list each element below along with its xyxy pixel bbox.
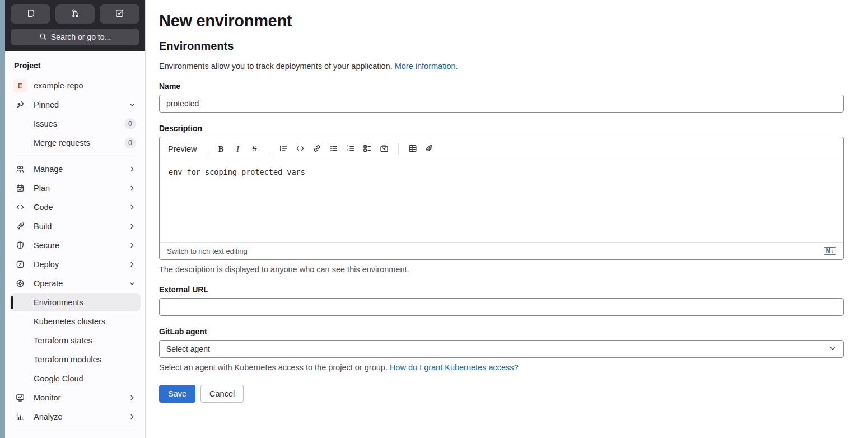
build-label: Build <box>34 222 52 231</box>
collapsible-section-button[interactable] <box>376 141 392 157</box>
sidebar-item-merge-requests[interactable]: Merge requests 0 <box>10 134 141 152</box>
strikethrough-icon: S <box>253 145 257 153</box>
chevron-right-icon <box>128 260 136 268</box>
chevron-right-icon <box>128 413 136 421</box>
numbered-list-button[interactable]: 12 <box>343 141 358 157</box>
task-list-button[interactable] <box>360 141 375 157</box>
link-button[interactable] <box>309 141 325 157</box>
sidebar-item-secure[interactable]: Secure <box>10 236 141 254</box>
chevron-right-icon <box>128 184 136 192</box>
save-button[interactable]: Save <box>159 385 195 403</box>
project-avatar: E <box>13 79 27 92</box>
numbered-list-icon: 12 <box>346 144 355 155</box>
sidebar-item-issues[interactable]: Issues 0 <box>10 115 141 133</box>
chevron-down-icon <box>128 101 136 109</box>
gitlab-agent-select[interactable]: Select agent <box>159 340 844 358</box>
monitor-label: Monitor <box>34 393 60 402</box>
sidebar-item-code[interactable]: Code <box>10 198 141 216</box>
code-button[interactable] <box>292 141 308 157</box>
sidebar-divider <box>15 430 135 430</box>
agent-help-sentence: Select an agent with Kubernetes access t… <box>159 363 388 372</box>
shield-icon <box>16 241 25 250</box>
search-icon <box>39 32 47 42</box>
sidebar-divider <box>15 156 135 156</box>
todo-shortcut-button[interactable] <box>100 4 139 24</box>
paperclip-icon <box>425 144 434 155</box>
sidebar-item-analyze[interactable]: Analyze <box>10 408 141 426</box>
sidebar-item-operate[interactable]: Operate <box>10 274 141 292</box>
bold-button[interactable]: B <box>213 141 229 157</box>
sidebar-section-label: Project <box>10 53 141 76</box>
kubernetes-access-link[interactable]: How do I grant Kubernetes access? <box>390 363 519 372</box>
chart-icon <box>16 412 25 421</box>
sidebar-item-build[interactable]: Build <box>10 217 141 235</box>
task-list-icon <box>363 144 372 155</box>
name-label: Name <box>159 82 844 91</box>
chevron-right-icon <box>128 203 136 211</box>
svg-text:1: 1 <box>347 145 348 148</box>
bullet-list-icon <box>329 144 338 155</box>
merge-requests-label: Merge requests <box>34 138 90 147</box>
gitlab-agent-label: GitLab agent <box>159 327 844 336</box>
preview-button[interactable]: Preview <box>167 142 200 156</box>
quote-button[interactable] <box>276 141 291 157</box>
sidebar-item-terraform-states[interactable]: Terraform states <box>10 332 141 350</box>
deploy-icon <box>16 260 25 269</box>
chevron-right-icon <box>128 241 136 249</box>
sidebar: Search or go to... Project E example-rep… <box>5 0 146 438</box>
sidebar-item-manage[interactable]: Manage <box>10 160 141 178</box>
sidebar-item-plan[interactable]: Plan <box>10 179 141 197</box>
issues-icon <box>26 8 35 20</box>
cancel-button[interactable]: Cancel <box>200 385 244 403</box>
name-input[interactable] <box>159 95 844 113</box>
sidebar-item-project[interactable]: E example-repo <box>10 77 141 95</box>
italic-icon: I <box>236 145 239 154</box>
toolbar-separator <box>207 143 207 155</box>
pin-icon <box>16 100 25 109</box>
sidebar-item-terraform-modules[interactable]: Terraform modules <box>10 351 141 369</box>
sidebar-item-google-cloud[interactable]: Google Cloud <box>10 370 141 388</box>
issues-label: Issues <box>34 119 57 128</box>
intro-text: Environments allow you to track deployme… <box>159 62 844 71</box>
issues-count-badge: 0 <box>124 118 136 129</box>
description-help-text: The description is displayed to anyone w… <box>159 265 844 274</box>
bullet-list-button[interactable] <box>326 141 342 157</box>
analyze-label: Analyze <box>34 412 63 421</box>
kubernetes-clusters-label: Kubernetes clusters <box>34 317 105 326</box>
description-textarea[interactable]: env for scoping protected vars <box>160 161 843 242</box>
table-button[interactable] <box>405 141 421 157</box>
globe-icon <box>16 279 25 288</box>
sidebar-item-environments[interactable]: Environments <box>10 293 141 311</box>
strikethrough-button[interactable]: S <box>247 141 263 157</box>
quote-icon <box>279 144 288 155</box>
sidebar-item-deploy[interactable]: Deploy <box>10 255 141 273</box>
chevron-down-icon <box>128 279 136 287</box>
terraform-states-label: Terraform states <box>34 336 92 345</box>
issues-shortcut-button[interactable] <box>11 4 50 24</box>
agent-select-value: Select agent <box>166 344 210 353</box>
section-title: Environments <box>159 40 844 53</box>
operate-label: Operate <box>34 279 63 288</box>
code-icon <box>296 144 305 155</box>
markdown-icon[interactable]: M↓ <box>824 247 836 255</box>
deploy-label: Deploy <box>34 260 59 269</box>
merge-requests-shortcut-button[interactable] <box>55 4 95 24</box>
bold-icon: B <box>218 145 224 154</box>
more-information-link[interactable]: More information. <box>395 62 458 71</box>
monitor-icon <box>16 393 25 402</box>
secure-label: Secure <box>34 241 59 250</box>
sidebar-item-monitor[interactable]: Monitor <box>10 389 141 407</box>
switch-rich-text-button[interactable]: Switch to rich text editing <box>167 247 248 255</box>
search-input[interactable]: Search or go to... <box>11 29 139 45</box>
attach-file-button[interactable] <box>422 141 437 157</box>
sidebar-item-kubernetes-clusters[interactable]: Kubernetes clusters <box>10 313 141 330</box>
app-window: Search or go to... Project E example-rep… <box>0 0 868 438</box>
form-actions: Save Cancel <box>159 385 844 403</box>
description-label: Description <box>159 124 844 133</box>
italic-button[interactable]: I <box>230 141 246 157</box>
pinned-label: Pinned <box>34 100 59 109</box>
agent-help-text: Select an agent with Kubernetes access t… <box>159 363 844 372</box>
plan-label: Plan <box>34 184 50 193</box>
external-url-input[interactable] <box>159 298 844 316</box>
sidebar-item-pinned[interactable]: Pinned <box>10 96 141 114</box>
